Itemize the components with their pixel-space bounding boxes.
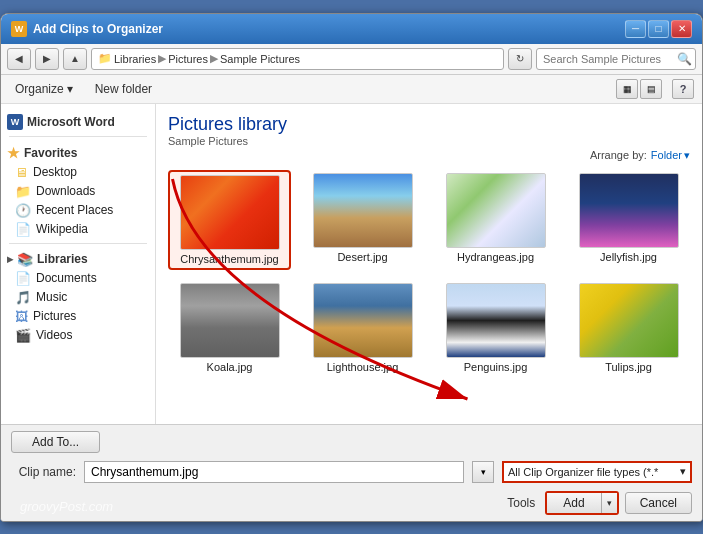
sidebar-item-recent-places[interactable]: 🕐 Recent Places	[1, 201, 155, 220]
arrange-arrow: ▾	[684, 149, 690, 162]
pictures-label: Pictures	[33, 309, 76, 323]
thumb-tulips	[579, 283, 679, 358]
sidebar-item-downloads[interactable]: 📁 Downloads	[1, 182, 155, 201]
path-folder-icon: 📁	[98, 52, 112, 65]
library-title: Pictures library	[168, 114, 690, 135]
sidebar-item-desktop[interactable]: 🖥 Desktop	[1, 163, 155, 182]
sidebar-favorites-header[interactable]: ★ Favorites	[1, 141, 155, 163]
main-window: W Add Clips to Organizer ─ □ ✕ ◀ ▶ ▲ 📁 L…	[0, 13, 703, 522]
sidebar-item-videos[interactable]: 🎬 Videos	[1, 326, 155, 345]
up-button[interactable]: ▲	[63, 48, 87, 70]
search-icon[interactable]: 🔍	[677, 52, 692, 66]
thumb-chrysanthemum	[180, 175, 280, 250]
sidebar-item-microsoft-word[interactable]: W Microsoft Word	[1, 110, 155, 132]
recent-places-icon: 🕐	[15, 203, 31, 218]
word-icon: W	[7, 114, 23, 130]
file-type-select[interactable]: All Clip Organizer file types (*.* ▾	[502, 461, 692, 483]
view-icon-button-1[interactable]: ▦	[616, 79, 638, 99]
fields-row: Clip name: ▾ All Clip Organizer file typ…	[11, 461, 692, 483]
libraries-icon: 📚	[17, 252, 33, 267]
file-name-penguins: Penguins.jpg	[464, 361, 528, 373]
wikipedia-label: Wikipedia	[36, 222, 88, 236]
file-item-desert[interactable]: Desert.jpg	[301, 170, 424, 270]
add-split-button: Add ▾	[545, 491, 618, 515]
refresh-button[interactable]: ↻	[508, 48, 532, 70]
cancel-button[interactable]: Cancel	[625, 492, 692, 514]
help-button[interactable]: ?	[672, 79, 694, 99]
maximize-button[interactable]: □	[648, 20, 669, 38]
thumb-lighthouse	[313, 283, 413, 358]
search-input[interactable]	[536, 48, 696, 70]
organize-label: Organize	[15, 82, 64, 96]
arrange-button[interactable]: Folder ▾	[651, 149, 690, 162]
libraries-label: Libraries	[37, 252, 88, 266]
toolbar: Organize ▾ New folder ▦ ▤ ?	[1, 75, 702, 104]
file-item-hydrangeas[interactable]: Hydrangeas.jpg	[434, 170, 557, 270]
add-arrow-button[interactable]: ▾	[602, 493, 617, 513]
sidebar-item-pictures[interactable]: 🖼 Pictures	[1, 307, 155, 326]
desktop-label: Desktop	[33, 165, 77, 179]
view-icon-button-2[interactable]: ▤	[640, 79, 662, 99]
search-wrapper: 🔍	[536, 48, 696, 70]
path-sep-2: ▶	[210, 52, 218, 65]
thumb-hydrangeas	[446, 173, 546, 248]
clip-name-label: Clip name:	[11, 465, 76, 479]
file-name-hydrangeas: Hydrangeas.jpg	[457, 251, 534, 263]
close-button[interactable]: ✕	[671, 20, 692, 38]
downloads-label: Downloads	[36, 184, 95, 198]
address-bar: ◀ ▶ ▲ 📁 Libraries ▶ Pictures ▶ Sample Pi…	[1, 44, 702, 75]
organize-arrow: ▾	[67, 82, 73, 96]
add-to-button[interactable]: Add To...	[11, 431, 100, 453]
documents-icon: 📄	[15, 271, 31, 286]
organize-button[interactable]: Organize ▾	[9, 80, 79, 98]
file-item-lighthouse[interactable]: Lighthouse.jpg	[301, 280, 424, 376]
sidebar-item-wikipedia[interactable]: 📄 Wikipedia	[1, 220, 155, 239]
file-type-arrow: ▾	[680, 465, 686, 478]
title-bar: W Add Clips to Organizer ─ □ ✕	[1, 14, 702, 44]
file-name-chrysanthemum: Chrysanthemum.jpg	[180, 253, 278, 265]
libraries-expand-icon: ▶	[7, 255, 13, 264]
sidebar: W Microsoft Word ★ Favorites 🖥 Desktop 📁…	[1, 104, 156, 424]
watermark: groovyPost.com	[20, 499, 113, 514]
refresh-icon: ↻	[516, 53, 524, 64]
file-item-tulips[interactable]: Tulips.jpg	[567, 280, 690, 376]
sidebar-item-documents[interactable]: 📄 Documents	[1, 269, 155, 288]
sidebar-item-music[interactable]: 🎵 Music	[1, 288, 155, 307]
sidebar-divider-2	[9, 243, 147, 244]
videos-icon: 🎬	[15, 328, 31, 343]
file-item-koala[interactable]: Koala.jpg	[168, 280, 291, 376]
address-path[interactable]: 📁 Libraries ▶ Pictures ▶ Sample Pictures	[91, 48, 504, 70]
music-icon: 🎵	[15, 290, 31, 305]
add-main-button[interactable]: Add	[547, 493, 601, 513]
file-item-jellyfish[interactable]: Jellyfish.jpg	[567, 170, 690, 270]
forward-button[interactable]: ▶	[35, 48, 59, 70]
path-part-2: Pictures	[168, 53, 208, 65]
thumb-penguins	[446, 283, 546, 358]
tools-label: Tools	[507, 496, 535, 510]
favorites-label: Favorites	[24, 146, 77, 160]
file-item-penguins[interactable]: Penguins.jpg	[434, 280, 557, 376]
new-folder-button[interactable]: New folder	[89, 80, 158, 98]
path-sep-1: ▶	[158, 52, 166, 65]
path-part-3: Sample Pictures	[220, 53, 300, 65]
sidebar-libraries-header[interactable]: ▶ 📚 Libraries	[1, 248, 155, 269]
window-icon: W	[11, 21, 27, 37]
clip-name-dropdown[interactable]: ▾	[472, 461, 494, 483]
arrange-bar: Arrange by: Folder ▾	[168, 149, 690, 162]
file-item-chrysanthemum[interactable]: Chrysanthemum.jpg	[168, 170, 291, 270]
file-view: Pictures library Sample Pictures Arrange…	[156, 104, 702, 424]
recent-places-label: Recent Places	[36, 203, 113, 217]
title-bar-left: W Add Clips to Organizer	[11, 21, 163, 37]
title-buttons: ─ □ ✕	[625, 20, 692, 38]
view-buttons: ▦ ▤	[616, 79, 662, 99]
library-header: Pictures library Sample Pictures	[168, 114, 690, 147]
favorites-icon: ★	[7, 145, 20, 161]
clip-name-input[interactable]	[84, 461, 464, 483]
back-button[interactable]: ◀	[7, 48, 31, 70]
arrange-value: Folder	[651, 149, 682, 161]
documents-label: Documents	[36, 271, 97, 285]
pictures-icon: 🖼	[15, 309, 28, 324]
minimize-button[interactable]: ─	[625, 20, 646, 38]
file-name-jellyfish: Jellyfish.jpg	[600, 251, 657, 263]
file-name-tulips: Tulips.jpg	[605, 361, 652, 373]
